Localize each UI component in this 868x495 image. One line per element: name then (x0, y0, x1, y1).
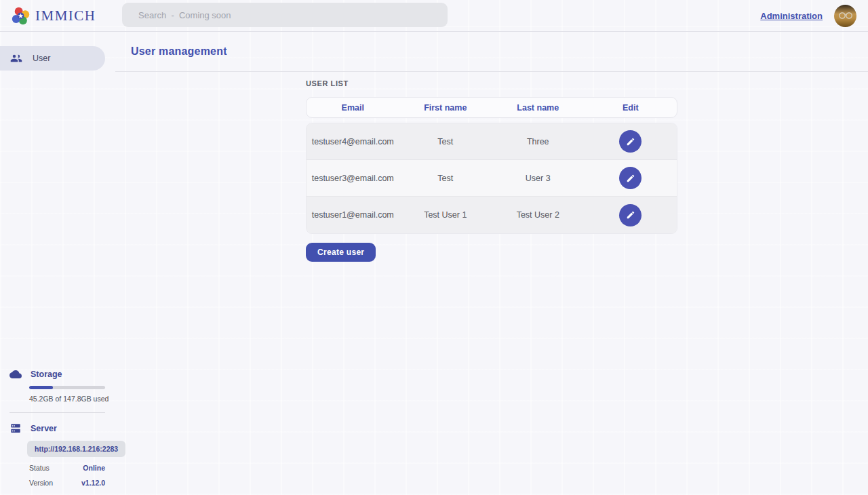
server-status-label: Status (29, 464, 50, 472)
sidebar-status-panel: Storage 45.2GB of 147.8GB used Server ht… (0, 368, 115, 487)
storage-usage-text: 45.2GB of 147.8GB used (29, 395, 115, 403)
table-row: testuser1@email.com Test User 1 Test Use… (307, 197, 677, 233)
column-header-last-name: Last name (492, 103, 585, 113)
user-email: testuser1@email.com (307, 210, 399, 220)
users-icon (10, 52, 22, 64)
user-first-name: Test User 1 (399, 210, 492, 220)
server-icon (9, 422, 22, 435)
sidebar-divider (9, 412, 105, 413)
main-content: User management USER LIST Email First na… (115, 32, 868, 495)
column-header-first-name: First name (399, 103, 492, 113)
edit-user-button[interactable] (619, 130, 642, 153)
server-version-row: Version v1.12.0 (29, 479, 105, 487)
server-url-chip: http://192.168.1.216:2283 (27, 441, 125, 457)
storage-progress-bar (29, 386, 105, 389)
sidebar-item-user[interactable]: User (0, 46, 105, 71)
user-list-heading: USER LIST (306, 79, 677, 87)
storage-title: Storage (31, 370, 62, 379)
user-last-name: Three (492, 137, 585, 146)
edit-user-button[interactable] (619, 204, 642, 226)
app-logo: IMMICH (0, 7, 96, 25)
server-version-value: v1.12.0 (81, 479, 105, 487)
administration-link[interactable]: Administration (760, 11, 823, 21)
app-title: IMMICH (35, 7, 96, 24)
user-table: testuser4@email.com Test Three t (306, 123, 677, 234)
column-header-edit: Edit (585, 103, 677, 113)
glasses-icon (838, 12, 853, 20)
pencil-icon (626, 137, 635, 146)
sidebar: User Storage 45.2GB of 147.8GB used (0, 32, 115, 495)
table-row: testuser4@email.com Test Three (307, 123, 677, 160)
app-header: IMMICH Administration (0, 0, 868, 32)
user-table-header: Email First name Last name Edit (306, 97, 677, 118)
user-email: testuser3@email.com (307, 174, 399, 183)
column-header-email: Email (307, 103, 399, 113)
storage-header: Storage (0, 368, 115, 380)
sidebar-item-label: User (33, 54, 50, 63)
page-titlebar: User management (115, 32, 868, 72)
create-user-button[interactable]: Create user (306, 243, 376, 262)
storage-progress-fill (29, 386, 53, 389)
server-header: Server (0, 422, 115, 435)
user-email: testuser4@email.com (307, 137, 399, 146)
user-first-name: Test (399, 137, 492, 146)
user-avatar[interactable] (834, 5, 856, 27)
page-title: User management (131, 45, 227, 58)
server-title: Server (31, 424, 57, 433)
pencil-icon (626, 210, 635, 220)
pencil-icon (626, 174, 635, 183)
server-status-row: Status Online (29, 464, 105, 472)
server-version-label: Version (29, 479, 53, 487)
table-row: testuser3@email.com Test User 3 (307, 160, 677, 197)
user-first-name: Test (399, 174, 492, 183)
user-last-name: Test User 2 (492, 210, 585, 220)
cloud-icon (9, 368, 22, 380)
server-status-value: Online (83, 464, 105, 472)
edit-user-button[interactable] (619, 167, 642, 189)
immich-flower-icon (12, 7, 30, 25)
search-input[interactable] (122, 3, 448, 27)
user-last-name: User 3 (492, 174, 585, 183)
